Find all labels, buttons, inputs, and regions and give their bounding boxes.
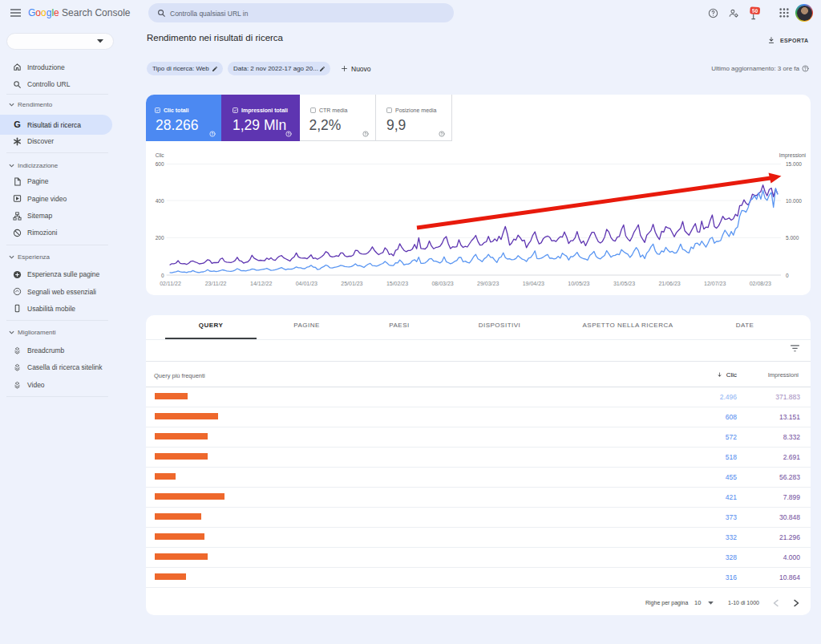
svg-text:15/02/23: 15/02/23	[386, 281, 408, 286]
svg-text:10.000: 10.000	[786, 198, 802, 204]
svg-text:08/03/23: 08/03/23	[431, 281, 453, 286]
svg-text:5.000: 5.000	[786, 235, 799, 241]
svg-text:02/08/23: 02/08/23	[750, 281, 771, 286]
svg-text:0: 0	[786, 273, 789, 278]
svg-text:25/01/23: 25/01/23	[341, 281, 362, 286]
svg-text:02/11/22: 02/11/22	[160, 281, 181, 286]
svg-text:Clic: Clic	[156, 152, 165, 158]
svg-text:04/01/23: 04/01/23	[296, 281, 317, 286]
svg-text:10/05/23: 10/05/23	[568, 281, 589, 286]
svg-text:200: 200	[156, 235, 164, 241]
svg-text:29/03/23: 29/03/23	[477, 281, 499, 286]
svg-text:Impressioni: Impressioni	[779, 152, 806, 159]
svg-text:600: 600	[156, 161, 164, 167]
svg-text:19/04/23: 19/04/23	[523, 281, 544, 286]
svg-text:50: 50	[752, 8, 758, 14]
svg-text:31/05/23: 31/05/23	[613, 281, 635, 286]
svg-text:0: 0	[161, 273, 164, 278]
svg-text:15.000: 15.000	[786, 161, 802, 167]
svg-text:21/06/23: 21/06/23	[658, 281, 680, 286]
svg-text:14/12/22: 14/12/22	[250, 281, 272, 286]
svg-text:400: 400	[156, 198, 164, 204]
svg-text:12/07/23: 12/07/23	[704, 281, 726, 286]
svg-text:23/11/22: 23/11/22	[205, 281, 227, 286]
